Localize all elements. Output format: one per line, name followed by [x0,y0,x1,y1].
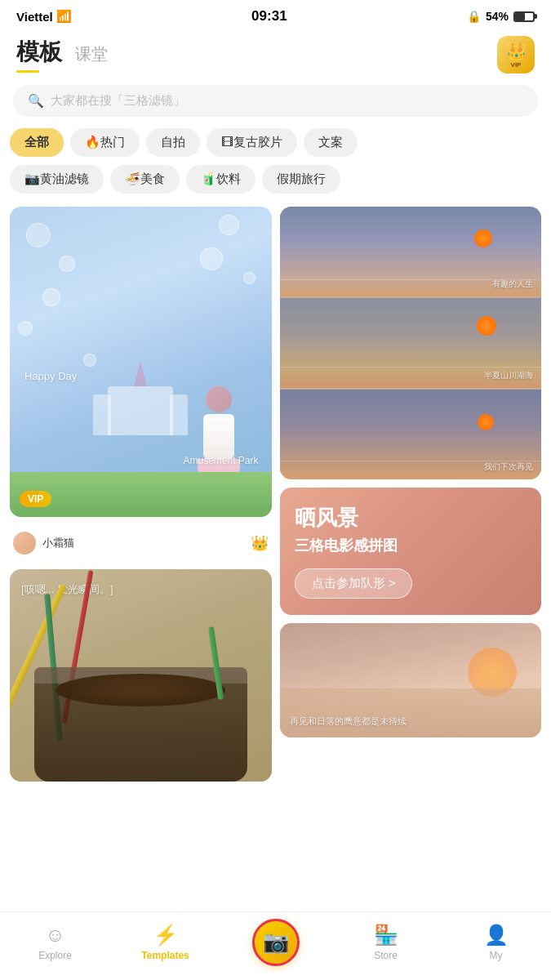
status-time: 09:31 [251,8,287,24]
sun-1 [474,229,492,247]
bubble-1 [26,223,51,247]
header: 模板 课堂 👑 VIP [0,29,551,82]
search-icon: 🔍 [28,93,44,109]
category-hot[interactable]: 🔥热门 [70,128,140,157]
girl-figure [190,386,247,484]
header-title-sub[interactable]: 课堂 [75,43,108,65]
wifi-icon: 📶 [56,9,72,24]
templates-icon: ⚡ [153,924,178,947]
category-row-1: 全部 🔥热门 自拍 🎞复古胶片 文案 [0,128,551,157]
sun-3 [478,414,494,430]
disney-overlay-happy: Happy Day [24,370,77,382]
nav-item-explore[interactable]: ☺ Explore [0,924,110,961]
disney-vip-tag: VIP [20,491,51,507]
vip-badge[interactable]: 👑 VIP [497,36,535,74]
store-icon: 🏪 [374,924,398,947]
card-disney[interactable]: Happy Day Amusement Park VIP [10,207,272,517]
coffee-liquid [56,674,225,706]
card-coffee[interactable]: [咳嗯... 发光瞬间。] [10,569,272,782]
bubble-7 [83,354,96,367]
nav-label-explore: Explore [38,950,72,961]
bubble-2 [59,256,75,272]
search-placeholder: 大家都在搜「三格滤镜」 [51,93,185,109]
creator-crown-1: 👑 [251,534,269,552]
camera-icon: 📷 [263,929,289,955]
avatar-1 [13,532,36,555]
castle-spire [134,362,147,386]
castle [83,386,198,468]
category-travel[interactable]: 假期旅行 [262,165,340,194]
card-sunset-bottom[interactable]: 再见和日落的鹰意都是未待续 [280,623,542,737]
crown-icon: 👑 [506,42,527,61]
category-drink[interactable]: 🧃饮料 [186,165,256,194]
card-sunset-triptych[interactable]: 有趣的人生 半夏山川湖海 我们下次再见 [280,207,542,479]
sunset-bottom-text: 再见和日落的鹰意都是未待续 [290,715,407,728]
lock-icon: 🔒 [467,10,481,23]
coffee-cup [34,667,247,782]
panel-text-2: 半夏山川湖海 [484,370,533,381]
category-food[interactable]: 🍜美食 [110,165,180,194]
header-title-main-wrapper: 模板 [16,37,62,73]
castle-tower-right [170,394,188,435]
content-grid: Happy Day Amusement Park VIP 小霜猫 👑 [0,207,551,782]
panel-text-3: 我们下次再见 [484,461,533,473]
battery-icon [513,11,535,22]
disney-overlay-park: Amusement Park [183,455,258,466]
creator-name-1: 小霜猫 [42,536,74,550]
category-selfie[interactable]: 自拍 [146,128,200,157]
category-butter[interactable]: 📷黄油滤镜 [10,165,104,194]
bottom-nav: ☺ Explore ⚡ Templates 📷 🏪 Store 👤 My [0,911,551,980]
search-bar[interactable]: 🔍 大家都在搜「三格滤镜」 [13,85,538,117]
promo-button[interactable]: 点击参加队形 > [295,568,413,599]
category-text[interactable]: 文案 [304,128,358,157]
category-film[interactable]: 🎞复古胶片 [207,128,297,157]
sunset-panels: 有趣的人生 半夏山川湖海 我们下次再见 [280,207,542,479]
explore-icon: ☺ [45,924,65,947]
sunset-panel-2: 半夏山川湖海 [280,298,542,388]
col-left: Happy Day Amusement Park VIP 小霜猫 👑 [10,207,272,782]
bubble-4 [243,272,256,284]
nav-item-my[interactable]: 👤 My [441,924,551,961]
promo-card[interactable]: 晒风景 三格电影感拼图 点击参加队形 > [280,488,542,615]
status-right: 🔒 54% [467,10,535,23]
girl-body [203,414,234,459]
coffee-overlay-text: [咳嗯... 发光瞬间。] [21,582,113,597]
title-underline [16,70,39,73]
camera-button[interactable]: 📷 [252,919,300,966]
header-left: 模板 课堂 [16,37,108,73]
nav-label-my: My [490,950,503,961]
status-bar: Viettel 📶 09:31 🔒 54% [0,0,551,29]
nav-item-camera[interactable]: 📷 [220,919,331,966]
bubble-5 [18,321,33,336]
sun-2 [477,316,496,336]
bubble-3 [219,215,239,235]
sunset-panel-1: 有趣的人生 [280,207,542,296]
horizon-2 [280,367,542,368]
battery-text: 54% [486,10,509,23]
panel-text-1: 有趣的人生 [492,278,533,290]
status-left: Viettel 📶 [16,9,72,24]
scroll-padding [0,790,551,863]
girl-head [206,386,232,412]
nav-label-store: Store [374,950,398,961]
creator-left-1: 小霜猫 [13,532,74,555]
nav-item-store[interactable]: 🏪 Store [331,924,441,961]
category-row-2: 📷黄油滤镜 🍜美食 🧃饮料 假期旅行 [0,165,551,194]
vip-label: VIP [511,61,522,69]
castle-tower-left [93,394,111,435]
my-icon: 👤 [484,924,509,947]
promo-title-1: 晒风景 [295,504,527,532]
sunset-panel-3: 我们下次再见 [280,390,542,479]
carrier-text: Viettel [16,10,53,24]
creator-info-1: 小霜猫 👑 [10,525,272,561]
castle-body [108,386,173,435]
col-right: 有趣的人生 半夏山川湖海 我们下次再见 晒风景 三格电影感拼图 [280,207,542,782]
bubble-8 [200,247,223,270]
page-title: 模板 [16,39,62,65]
promo-title-2: 三格电影感拼图 [295,536,527,555]
nav-label-templates: Templates [141,950,189,961]
category-all[interactable]: 全部 [10,128,64,157]
water-reflection [280,688,542,737]
nav-item-templates[interactable]: ⚡ Templates [110,924,220,961]
bubble-6 [42,288,60,306]
